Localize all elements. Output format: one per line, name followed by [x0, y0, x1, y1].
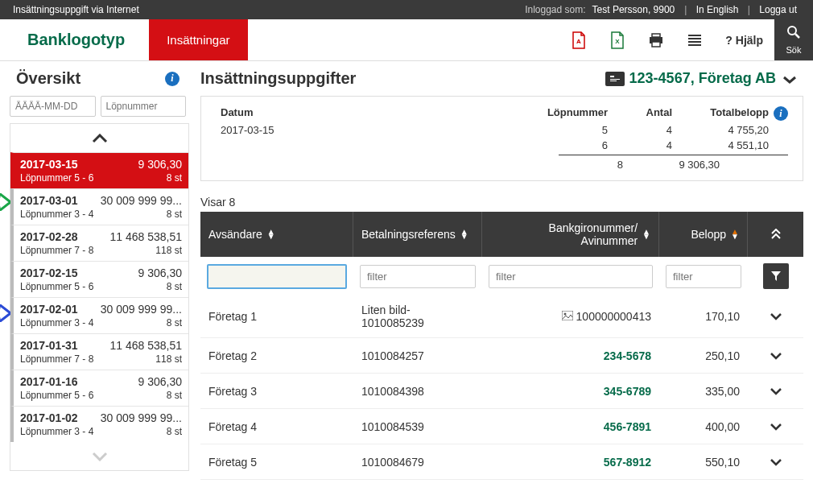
list-item-sequence: Löpnummer 3 - 4: [20, 209, 93, 220]
showing-count: Visar 8: [200, 196, 803, 209]
date-filter-input[interactable]: [10, 96, 96, 117]
filter-button[interactable]: [763, 263, 789, 289]
list-item-count: 8 st: [167, 317, 182, 328]
info-icon[interactable]: i: [774, 106, 788, 121]
info-icon[interactable]: i: [165, 72, 180, 86]
summary-header-date: Datum: [221, 106, 527, 121]
summary-box: Datum Löpnummer Antal Totalbelopp i 2017…: [200, 96, 803, 181]
logout-link[interactable]: Logga ut: [756, 4, 800, 15]
content-title: Insättningsuppgifter: [200, 69, 605, 88]
language-toggle[interactable]: In English: [693, 4, 742, 15]
help-button[interactable]: ? Hjälp: [714, 19, 774, 60]
blue-arrow-marker: [0, 304, 10, 322]
list-item-date: 2017-03-15: [20, 158, 78, 171]
list-icon[interactable]: [675, 19, 714, 60]
sequence-filter-input[interactable]: [101, 96, 187, 117]
list-item-count: 8 st: [167, 426, 182, 437]
column-header-sender[interactable]: Avsändare▲▼: [200, 212, 353, 257]
list-item-date: 2017-01-31: [20, 339, 78, 352]
grid-header: Avsändare▲▼ Betalningsreferens▲▼ Bankgir…: [200, 212, 803, 257]
svg-rect-15: [610, 79, 620, 80]
list-item-amount: 11 468 538,51: [109, 230, 182, 243]
list-item-sequence: Löpnummer 3 - 4: [20, 426, 93, 437]
cell-amount: 335,00: [659, 377, 748, 406]
expand-row-button[interactable]: [748, 455, 803, 469]
sidebar: Översikt i 2017-03-159 306,30Löpnummer 5…: [0, 61, 189, 480]
column-header-reference[interactable]: Betalningsreferens▲▼: [353, 212, 482, 257]
filter-reference-input[interactable]: [360, 265, 476, 288]
collapse-all-button[interactable]: [748, 229, 803, 240]
cell-sender: Företag 4: [200, 412, 353, 441]
filter-amount-input[interactable]: [666, 265, 741, 288]
search-button[interactable]: Sök: [774, 19, 813, 60]
sidebar-date-item[interactable]: 2017-03-0130 009 999 99...Löpnummer 3 - …: [10, 188, 188, 225]
logged-in-label: Inloggad som:: [522, 4, 588, 15]
svg-text:X: X: [616, 38, 621, 45]
cell-sender: Företag 5: [200, 448, 353, 477]
filter-bankgiro-input[interactable]: [489, 265, 653, 288]
list-item-sequence: Löpnummer 5 - 6: [20, 281, 93, 292]
svg-rect-2: [652, 34, 660, 37]
sidebar-date-item[interactable]: 2017-02-0130 009 999 99...Löpnummer 3 - …: [10, 297, 188, 333]
list-item-sequence: Löpnummer 5 - 6: [20, 172, 93, 184]
svg-rect-13: [609, 73, 621, 83]
list-item-amount: 30 009 999 99...: [101, 194, 182, 207]
list-item-count: 8 st: [167, 390, 182, 401]
list-item-date: 2017-01-16: [20, 375, 78, 388]
cell-amount: 250,10: [659, 341, 748, 370]
expand-row-button[interactable]: [748, 309, 803, 324]
list-item-amount: 9 306,30: [138, 375, 183, 388]
print-icon[interactable]: [637, 19, 675, 60]
sort-icon: ▲▼: [267, 229, 275, 239]
scroll-down-button[interactable]: [10, 442, 188, 470]
sort-icon: ▲▼: [642, 229, 650, 239]
sort-icon: ▲▼: [731, 229, 739, 239]
bankgiro-link[interactable]: 567-8912: [604, 456, 651, 469]
cell-reference: 1010084398: [353, 377, 482, 406]
expand-row-button[interactable]: [748, 419, 803, 434]
cell-reference: 1010084679: [353, 448, 482, 477]
image-icon: [562, 312, 573, 323]
sidebar-date-item[interactable]: 2017-03-159 306,30Löpnummer 5 - 68 st: [10, 152, 188, 188]
column-header-bankgiro[interactable]: Bankgironummer/ Avinummer▲▼: [482, 212, 659, 257]
list-item-amount: 30 009 999 99...: [101, 411, 182, 424]
sidebar-date-item[interactable]: 2017-01-169 306,30Löpnummer 5 - 68 st: [10, 370, 188, 406]
pdf-icon[interactable]: A: [559, 19, 598, 60]
expand-row-button[interactable]: [748, 349, 803, 363]
chevron-down-icon[interactable]: [776, 69, 803, 88]
svg-text:A: A: [576, 38, 581, 45]
list-item-count: 8 st: [167, 172, 182, 184]
svg-marker-17: [771, 271, 781, 281]
summary-header-total: Totalbelopp: [672, 106, 769, 121]
cell-amount: 400,00: [659, 412, 748, 441]
list-item-sequence: Löpnummer 7 - 8: [20, 353, 93, 365]
summary-row: 2017-03-15544 755,20: [221, 124, 788, 136]
list-item-count: 8 st: [167, 281, 182, 292]
svg-point-9: [788, 27, 796, 35]
sidebar-date-item[interactable]: 2017-02-159 306,30Löpnummer 5 - 68 st: [10, 261, 188, 297]
column-header-amount[interactable]: Belopp▲▼: [659, 212, 748, 257]
search-icon: [786, 25, 801, 43]
list-item-amount: 9 306,30: [138, 158, 183, 171]
sidebar-date-item[interactable]: 2017-01-3111 468 538,51Löpnummer 7 - 811…: [10, 333, 188, 370]
svg-rect-14: [610, 76, 614, 77]
sidebar-date-item[interactable]: 2017-01-0230 009 999 99...Löpnummer 3 - …: [10, 406, 188, 442]
cell-bankgiro: 100000000413: [482, 302, 659, 331]
list-item-date: 2017-03-01: [20, 194, 78, 207]
svg-point-19: [563, 313, 566, 316]
bankgiro-link[interactable]: 234-5678: [604, 349, 651, 362]
scroll-up-button[interactable]: [10, 124, 188, 152]
filter-row: [200, 257, 803, 295]
bankgiro-link[interactable]: 456-7891: [604, 420, 651, 433]
summary-header-count: Antal: [608, 106, 672, 121]
logged-in-user: Test Persson, 9900: [589, 4, 679, 15]
svg-line-10: [795, 34, 799, 38]
excel-icon[interactable]: X: [598, 19, 637, 60]
cell-reference: 1010084257: [353, 341, 482, 370]
nav-tab-deposits[interactable]: Insättningar: [149, 19, 247, 60]
sidebar-date-item[interactable]: 2017-02-2811 468 538,51Löpnummer 7 - 811…: [10, 225, 188, 261]
expand-row-button[interactable]: [748, 384, 803, 399]
filter-sender-input[interactable]: [207, 264, 347, 289]
bankgiro-link[interactable]: 345-6789: [604, 385, 651, 398]
account-selector[interactable]: 123-4567, Företag AB: [605, 70, 776, 87]
